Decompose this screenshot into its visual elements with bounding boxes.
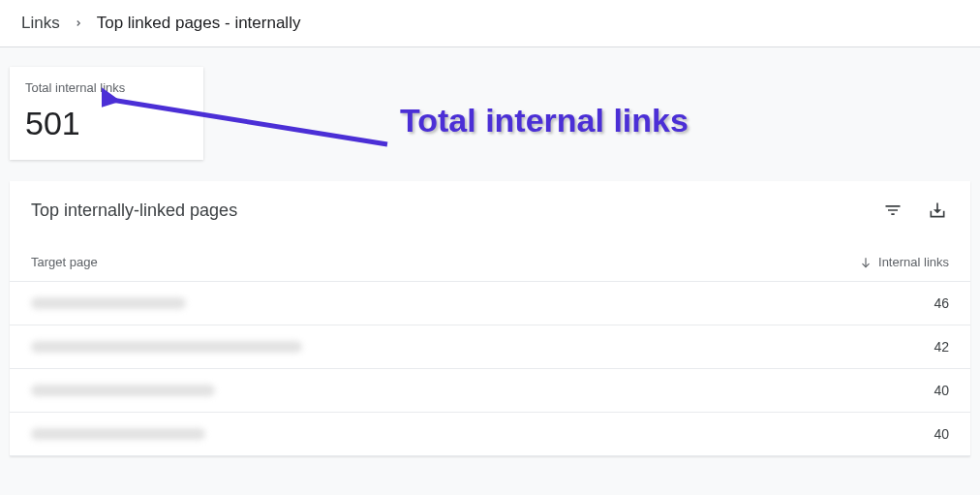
redacted-url <box>31 385 215 396</box>
stat-card-total-links: Total internal links 501 <box>10 67 203 160</box>
redacted-url <box>31 297 186 309</box>
table-header: Target page Internal links <box>10 230 970 282</box>
stat-label: Total internal links <box>25 80 188 95</box>
annotation-text: Total internal links <box>400 102 689 139</box>
cell-internal-links: 40 <box>920 383 949 398</box>
table-row[interactable]: 46 <box>10 282 970 325</box>
stat-value: 501 <box>25 105 188 142</box>
chevron-right-icon <box>74 18 83 28</box>
table-row[interactable]: 40 <box>10 369 970 413</box>
filter-icon[interactable] <box>881 199 904 222</box>
panel-top-linked-pages: Top internally-linked pages Target page … <box>10 181 970 456</box>
download-icon[interactable] <box>926 199 949 222</box>
cell-internal-links: 40 <box>920 426 949 442</box>
redacted-url <box>31 428 205 440</box>
cell-internal-links: 46 <box>920 295 949 311</box>
breadcrumb-root[interactable]: Links <box>21 14 60 33</box>
cell-internal-links: 42 <box>920 339 949 355</box>
column-target-page[interactable]: Target page <box>31 255 859 269</box>
arrow-down-icon <box>859 256 873 269</box>
breadcrumb-current: Top linked pages - internally <box>97 14 301 33</box>
column-internal-links-label: Internal links <box>878 255 949 269</box>
breadcrumb: Links Top linked pages - internally <box>0 0 980 47</box>
table-row[interactable]: 42 <box>10 325 970 369</box>
panel-title: Top internally-linked pages <box>31 201 881 221</box>
redacted-url <box>31 341 302 353</box>
table-row[interactable]: 40 <box>10 413 970 456</box>
column-internal-links[interactable]: Internal links <box>859 255 949 269</box>
